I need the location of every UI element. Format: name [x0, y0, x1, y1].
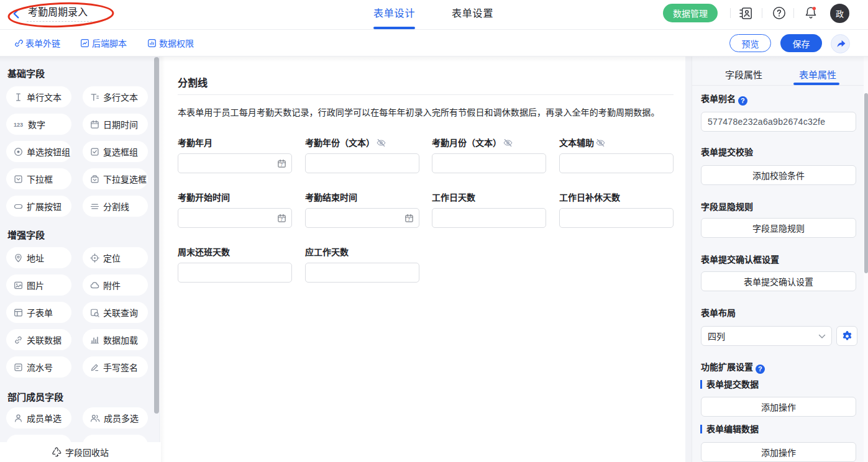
svg-text:123: 123 — [14, 122, 23, 128]
svg-text:7: 7 — [408, 217, 410, 222]
svg-text:7: 7 — [280, 217, 283, 222]
svg-text:7: 7 — [280, 163, 283, 167]
